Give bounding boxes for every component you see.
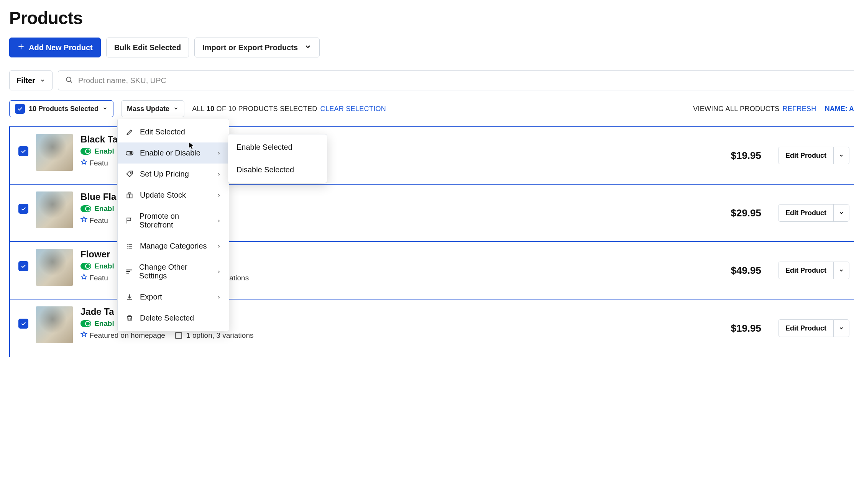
featured-label: Featured on homepage [89,331,165,339]
submenu-enable-selected[interactable]: Enable Selected [228,136,327,159]
featured-label: Featu [89,274,108,282]
right-status: VIEWING ALL PRODUCTS REFRESH NAME: A [693,105,854,113]
download-icon [125,293,134,301]
sort-indicator[interactable]: NAME: A [825,105,854,113]
product-price: $49.95 [731,265,770,277]
enabled-badge: Enabl [80,262,114,270]
refresh-link[interactable]: REFRESH [783,105,816,113]
featured-label: Featu [89,159,108,167]
menu-enable-disable[interactable]: Enable or Disable [118,142,229,164]
row-checkbox[interactable] [18,204,28,214]
product-price: $29.95 [731,207,770,219]
mass-update-menu: Edit Selected Enable or Disable Set Up P… [117,119,229,331]
flag-icon [125,217,133,224]
menu-label: Change Other Settings [139,263,210,280]
row-checkbox[interactable] [18,319,28,329]
chevron-down-icon [173,105,179,113]
meta-row: Featured on homepage 1 option, 3 variati… [80,331,723,340]
submenu-disable-selected[interactable]: Disable Selected [228,159,327,181]
chevron-right-icon [217,191,221,200]
viewing-text: VIEWING ALL PRODUCTS [693,105,779,113]
product-thumbnail [36,191,73,228]
add-new-product-label: Add New Product [29,43,93,52]
menu-edit-selected[interactable]: Edit Selected [118,121,229,142]
product-price: $19.95 [731,150,770,162]
chevron-down-icon [40,76,45,85]
enable-disable-submenu: Enable Selected Disable Selected [228,134,327,183]
status-prefix: ALL [192,105,207,113]
chevron-right-icon [217,149,221,157]
selection-toolbar: 10 Products Selected Mass Update ALL 10 … [9,100,854,117]
menu-manage-categories[interactable]: Manage Categories [118,236,229,257]
variations-label: 1 option, 3 variations [186,331,253,339]
edit-product-caret[interactable] [834,262,849,279]
enabled-label: Enabl [94,147,114,155]
featured-label: Featu [89,216,108,224]
enabled-badge: Enabl [80,147,114,155]
list-icon [125,242,134,250]
options-icon [175,332,182,339]
edit-product-caret[interactable] [834,320,849,337]
menu-label: Edit Selected [140,128,185,136]
toggle-on-icon [80,205,91,212]
page-title: Products [9,8,854,28]
clear-selection-link[interactable]: CLEAR SELECTION [320,105,386,113]
menu-change-other[interactable]: Change Other Settings [118,257,229,286]
chevron-down-icon [304,43,312,52]
chevron-down-icon [102,105,108,113]
edit-product-button[interactable]: Edit Product [778,205,834,221]
product-thumbnail [36,306,73,343]
edit-product-caret[interactable] [834,205,849,221]
bulk-edit-button[interactable]: Bulk Edit Selected [106,38,189,57]
product-price: $19.95 [731,322,770,334]
plus-icon [17,43,25,52]
filter-button[interactable]: Filter [9,70,53,90]
filter-search-row: Filter [9,70,854,90]
svg-point-0 [66,77,71,82]
chevron-right-icon [217,216,221,225]
edit-product-button[interactable]: Edit Product [778,147,834,164]
menu-export[interactable]: Export [118,286,229,308]
search-input[interactable] [78,76,847,85]
mass-update-label: Mass Update [127,105,169,113]
edit-product-group: Edit Product [778,319,849,337]
star-icon [80,159,89,167]
row-checkbox[interactable] [18,146,28,156]
menu-update-stock[interactable]: Update Stock [118,185,229,206]
menu-label: Export [140,293,162,301]
edit-product-button[interactable]: Edit Product [778,262,834,279]
add-new-product-button[interactable]: Add New Product [9,38,101,57]
selected-products-dropdown[interactable]: 10 Products Selected [9,100,113,117]
menu-label: Manage Categories [140,242,207,250]
selected-count-label: 10 Products Selected [29,105,99,113]
enabled-label: Enabl [94,205,114,213]
filter-label: Filter [16,76,35,85]
status-count: 10 [207,105,215,113]
action-bar: Add New Product Bulk Edit Selected Impor… [9,38,854,57]
box-icon [125,191,134,199]
mass-update-button[interactable]: Mass Update [121,100,184,117]
row-checkbox[interactable] [18,261,28,271]
import-export-button[interactable]: Import or Export Products [194,38,320,57]
menu-label: Delete Selected [140,314,194,322]
svg-point-2 [130,152,132,154]
star-icon [80,216,89,224]
menu-label: Promote on Storefront [140,212,210,229]
chevron-right-icon [217,242,221,250]
bulk-edit-label: Bulk Edit Selected [114,43,181,52]
chevron-right-icon [217,293,221,301]
viewing-status: VIEWING ALL PRODUCTS REFRESH [693,105,816,113]
selection-status: ALL 10 OF 10 PRODUCTS SELECTED CLEAR SEL… [192,105,386,113]
menu-label: Update Stock [140,191,186,200]
menu-promote[interactable]: Promote on Storefront [118,206,229,236]
menu-delete-selected[interactable]: Delete Selected [118,308,229,329]
edit-product-caret[interactable] [834,147,849,164]
chevron-right-icon [217,170,221,178]
edit-product-button[interactable]: Edit Product [778,320,834,337]
toggle-icon [125,149,134,157]
tag-icon [125,170,134,178]
menu-set-up-pricing[interactable]: Set Up Pricing [118,164,229,185]
product-thumbnail [36,249,73,286]
enabled-badge: Enabl [80,319,114,328]
edit-product-group: Edit Product [778,147,849,164]
